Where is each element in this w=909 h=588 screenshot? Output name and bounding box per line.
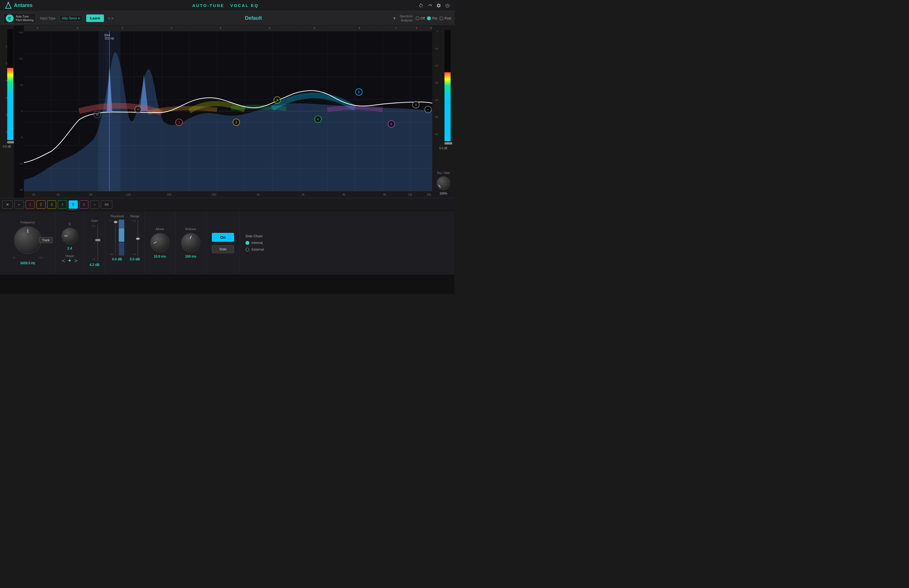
band3-node[interactable]: 3 <box>273 97 281 103</box>
band6-curve-bg <box>327 108 383 110</box>
app-logo: Antares <box>5 2 32 10</box>
spectrum-post-option[interactable]: Post <box>440 16 451 20</box>
band-shelf-hi-btn[interactable]: ⌐ <box>90 200 99 209</box>
band-shelf-lo-btn[interactable]: ⌐ <box>15 200 24 209</box>
frequency-range: 18 21 k <box>13 256 43 259</box>
vu-meter-left: 0 -10 -20 -30 -40 -50 -60 0.0 dB <box>0 26 14 198</box>
shape-icons: ≺ ✦ ≻ <box>61 258 78 264</box>
band5-node[interactable]: 5 <box>355 88 362 95</box>
band-shelf-lo-node[interactable]: ∼ <box>134 106 142 113</box>
band5-btn[interactable]: 5 <box>69 200 78 209</box>
band-a-node[interactable]: A <box>412 101 419 108</box>
q-value: 2.4 <box>67 247 72 250</box>
range-value: 0.0 dB <box>130 257 140 261</box>
settings-icon[interactable] <box>436 3 441 8</box>
range-fader-thumb[interactable] <box>136 237 140 240</box>
spectrum-pre-option[interactable]: Pre <box>427 16 437 20</box>
dry-wet-section: Dry / Wet 100% <box>433 168 453 198</box>
spectrum-analyzer-section: Spectrum Analyzer Off Pre Post <box>400 14 451 22</box>
on-button[interactable]: On <box>212 233 234 242</box>
q-knob[interactable] <box>61 228 78 244</box>
piano-roll: -1 0 1 2 3 4 5 6 7 8 9 <box>24 26 432 31</box>
range-meter-bars <box>119 220 124 256</box>
spectrum-off-option[interactable]: Off <box>416 16 425 20</box>
vu-db-left: 0.0 dB <box>3 145 11 148</box>
range-scale: +18 -18 <box>131 220 136 256</box>
frequency-label: Frequency <box>21 221 35 224</box>
band2-node[interactable]: 2 <box>233 119 240 126</box>
nav-arrows[interactable]: < > <box>108 16 113 21</box>
eq-svg <box>24 31 432 191</box>
prev-arrow[interactable]: < <box>108 16 110 21</box>
range-fader-track[interactable] <box>137 220 138 256</box>
shape-icon-3[interactable]: ≻ <box>74 258 78 264</box>
next-arrow[interactable]: > <box>111 16 113 21</box>
preset-dropdown[interactable]: ▾ <box>393 16 396 21</box>
band-shelf-hi-node[interactable]: ∼ <box>424 106 432 113</box>
power-icon[interactable] <box>445 3 450 8</box>
input-type-select[interactable]: Alto-Tenor ▾ <box>60 15 82 22</box>
band-hpf-btn[interactable]: ✕ <box>2 200 13 209</box>
gain-fader-track[interactable] <box>97 225 98 261</box>
side-chain-internal[interactable]: Internal <box>246 241 263 245</box>
threshold-value: 0.0 dB <box>112 257 122 261</box>
threshold-label: Threshold <box>110 215 124 218</box>
vu-meter-right: 0 -10 -20 -30 -40 -50 -60 <box>432 26 454 168</box>
shape-icon-2[interactable]: ✦ <box>68 258 72 264</box>
band4-btn[interactable]: 4 <box>58 200 67 209</box>
threshold-scale: 0 -60 <box>110 220 113 256</box>
band6-node[interactable]: 6 <box>388 120 395 128</box>
dry-wet-knob[interactable] <box>437 176 450 190</box>
band6-btn[interactable]: 6 <box>79 200 89 209</box>
internal-radio[interactable] <box>246 241 249 245</box>
eq-canvas[interactable]: -1 0 1 2 3 4 5 6 7 8 9 +18 +12 +6 0 -6 -… <box>14 26 432 198</box>
gain-fader-thumb[interactable] <box>95 239 100 241</box>
band2-btn[interactable]: 2 <box>36 200 45 209</box>
top-bar: Antares AUTO-TUNE VOCAL EQ <box>0 0 454 11</box>
side-chain-section: Side Chain Internal External <box>240 211 269 275</box>
spectrum-post-radio[interactable] <box>440 16 443 20</box>
q-group: Q 2.4 Shape ≺ ✦ ≻ <box>56 211 84 275</box>
antares-logo-icon <box>5 2 12 10</box>
band-air-btn[interactable]: Air <box>101 200 112 209</box>
shape-label: Shape <box>61 254 78 258</box>
header-row: C Auto-Tune Pitch Metering Input Type Al… <box>0 11 454 26</box>
range-group: Range +18 -18 0.0 dB <box>130 215 140 271</box>
dry-wet-label: Dry / Wet <box>437 171 450 174</box>
threshold-range-section: Threshold 0 -60 <box>105 211 144 275</box>
internal-label: Internal <box>252 241 263 245</box>
threshold-fader-thumb[interactable] <box>114 221 118 223</box>
pitch-meter-label: Auto-Tune Pitch Metering <box>16 15 34 22</box>
pitch-meter-icon: C <box>6 15 14 22</box>
main-eq-area: 0 -10 -20 -30 -40 -50 -60 0.0 dB -1 0 <box>0 26 454 198</box>
spectrum-pre-radio[interactable] <box>427 16 431 20</box>
undo-icon[interactable] <box>418 3 423 8</box>
threshold-fader-track[interactable] <box>115 220 116 256</box>
band1-btn[interactable]: 1 <box>26 200 35 209</box>
frequency-knob[interactable] <box>14 226 42 254</box>
frequency-value: 3459.5 Hz <box>20 261 35 265</box>
track-button[interactable]: Track <box>39 237 53 243</box>
vu-meter-right-section: 0 -10 -20 -30 -40 -50 -60 <box>432 26 454 198</box>
learn-button[interactable]: Learn <box>86 15 104 22</box>
external-radio[interactable] <box>246 247 249 252</box>
pitch-meter-button[interactable]: C Auto-Tune Pitch Metering <box>3 13 36 24</box>
top-controls <box>418 3 450 8</box>
band-hpf-node[interactable]: ⊗ <box>94 111 101 118</box>
release-knob[interactable] <box>181 233 201 252</box>
band4-node[interactable]: 4 <box>314 116 322 123</box>
q-label: Q <box>68 222 71 225</box>
vu-handle-right[interactable] <box>445 142 452 144</box>
shape-icon-1[interactable]: ≺ <box>61 258 65 264</box>
gain-value: 4.2 dB <box>89 263 100 267</box>
spectrum-off-radio[interactable] <box>416 16 419 20</box>
attack-knob[interactable] <box>150 233 170 252</box>
side-chain-external[interactable]: External <box>246 247 264 252</box>
spectrum-analyzer-label: Spectrum Analyzer <box>400 14 412 22</box>
band1-node[interactable]: 1 <box>175 119 183 126</box>
vu-bar-right <box>445 30 451 141</box>
redo-icon[interactable] <box>427 3 432 8</box>
solo-button[interactable]: Solo <box>212 245 234 253</box>
freq-label-row: 16 32 64 128 250 500 1k 2k 4k 8k 16k 25k <box>24 191 432 198</box>
band3-btn[interactable]: 3 <box>47 200 57 209</box>
